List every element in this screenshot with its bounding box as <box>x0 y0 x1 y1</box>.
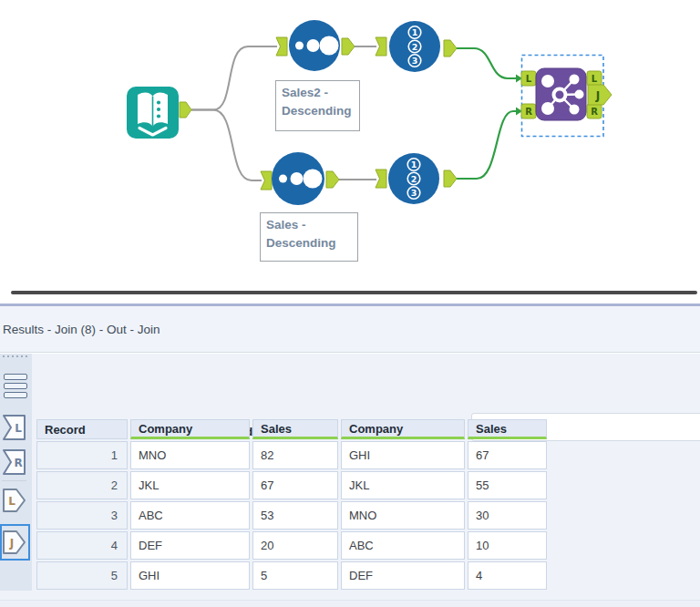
results-body: L R L J <box>0 354 700 607</box>
digit: 2 <box>412 42 418 52</box>
cell: 10 <box>468 531 547 560</box>
cell-record: 1 <box>36 441 128 469</box>
rail-item-output-join[interactable]: J <box>1 528 28 557</box>
column-header-company-2[interactable]: Company <box>341 419 465 439</box>
annotation-sales2[interactable]: Sales2 - Descending <box>275 80 360 131</box>
cell-record: 5 <box>36 561 128 590</box>
cell-record: 3 <box>36 501 128 530</box>
record-id-tool-bottom[interactable]: 1 2 3 <box>376 153 457 204</box>
table-row: 5 GHI 5 DEF 4 <box>36 561 547 590</box>
cell: 67 <box>468 441 547 469</box>
cell-record: 4 <box>36 531 128 560</box>
annotation-line: Descending <box>282 102 354 120</box>
output-anchor[interactable] <box>326 171 339 188</box>
annotation-line: Sales2 - <box>282 84 354 102</box>
rail-drag-grip[interactable] <box>3 355 28 359</box>
bottom-strip <box>0 600 700 607</box>
rail-item-input-right[interactable]: R <box>1 448 28 477</box>
input-anchor[interactable] <box>261 171 272 190</box>
cell: JKL <box>130 471 250 499</box>
input-anchor[interactable] <box>276 37 287 56</box>
column-header-sales-1[interactable]: Sales <box>252 419 338 439</box>
port-label-l: L <box>526 74 532 84</box>
digit: 2 <box>411 174 417 184</box>
cell: 67 <box>252 471 338 499</box>
output-anchor[interactable] <box>342 38 355 55</box>
column-header-sales-2[interactable]: Sales <box>468 419 547 439</box>
table-row: 3 ABC 53 MNO 30 <box>36 501 547 530</box>
rail-item-output-left[interactable]: L <box>1 486 28 515</box>
cell: ABC <box>130 501 250 530</box>
cell: 82 <box>252 441 338 469</box>
cell: 30 <box>468 501 547 530</box>
cell: 53 <box>252 501 338 530</box>
cell: 55 <box>468 471 547 499</box>
cell: GHI <box>130 561 250 590</box>
table-row: 4 DEF 20 ABC 10 <box>36 531 547 560</box>
table-row: 2 JKL 67 JKL 55 <box>36 471 547 499</box>
output-anchor[interactable] <box>444 170 457 187</box>
digit: 1 <box>412 27 418 37</box>
digit: 3 <box>411 188 417 198</box>
sort-tool-bottom[interactable] <box>261 152 339 205</box>
output-selector-rail: L R L J <box>0 354 32 591</box>
results-panel: Results - Join (8) - Out - Join L R <box>0 306 700 607</box>
join-tool[interactable]: L R L R J <box>521 56 612 137</box>
rail-item-input-left[interactable]: L <box>1 413 28 442</box>
column-header-record[interactable]: Record <box>36 419 128 439</box>
rail-letter: L <box>15 422 22 435</box>
digit: 3 <box>412 56 418 66</box>
column-header-company-1[interactable]: Company <box>130 419 250 439</box>
results-table: Record Company Sales Company Sales 1 MNO… <box>34 417 550 592</box>
connection-wires-green[interactable] <box>457 48 516 179</box>
table-row: 1 MNO 82 GHI 67 <box>36 441 547 469</box>
cell: MNO <box>341 501 465 530</box>
panel-splitter-handle[interactable] <box>11 291 697 294</box>
rail-letter: R <box>14 457 22 469</box>
cell: 20 <box>252 531 338 560</box>
cell: MNO <box>130 441 250 469</box>
port-label-l: L <box>592 74 598 84</box>
rail-letter: L <box>8 495 15 508</box>
results-title: Results - Join (8) - Out - Join <box>3 323 160 336</box>
input-anchor[interactable] <box>376 37 386 56</box>
input-anchor[interactable] <box>376 170 386 188</box>
cell: 5 <box>252 561 338 590</box>
port-label-r: R <box>525 107 532 117</box>
rail-divider <box>2 480 26 481</box>
digit: 1 <box>411 159 417 170</box>
cell: 4 <box>468 561 547 590</box>
annotation-line: Sales - <box>266 216 352 234</box>
cell: DEF <box>341 561 465 590</box>
annotation-sales[interactable]: Sales - Descending <box>260 212 358 262</box>
port-label-r: R <box>591 107 598 117</box>
cell-record: 2 <box>36 471 128 499</box>
output-anchor[interactable] <box>180 102 191 118</box>
sort-tool-top[interactable] <box>276 20 355 71</box>
menu-icon[interactable] <box>4 374 27 404</box>
cell: ABC <box>341 531 465 560</box>
annotation-line: Descending <box>266 234 352 252</box>
cell: GHI <box>341 441 465 469</box>
cell: JKL <box>341 471 465 499</box>
header-row: Record Company Sales Company Sales <box>36 419 547 439</box>
cell: DEF <box>130 531 250 560</box>
workflow-canvas[interactable]: 1 2 3 1 2 3 <box>0 0 700 290</box>
output-anchor[interactable] <box>444 40 457 57</box>
results-title-band: Results - Join (8) - Out - Join <box>0 306 700 353</box>
rail-letter: J <box>9 537 14 550</box>
port-label-j: J <box>595 89 600 102</box>
record-id-tool-top[interactable]: 1 2 3 <box>376 21 457 72</box>
input-data-tool[interactable] <box>127 87 191 139</box>
